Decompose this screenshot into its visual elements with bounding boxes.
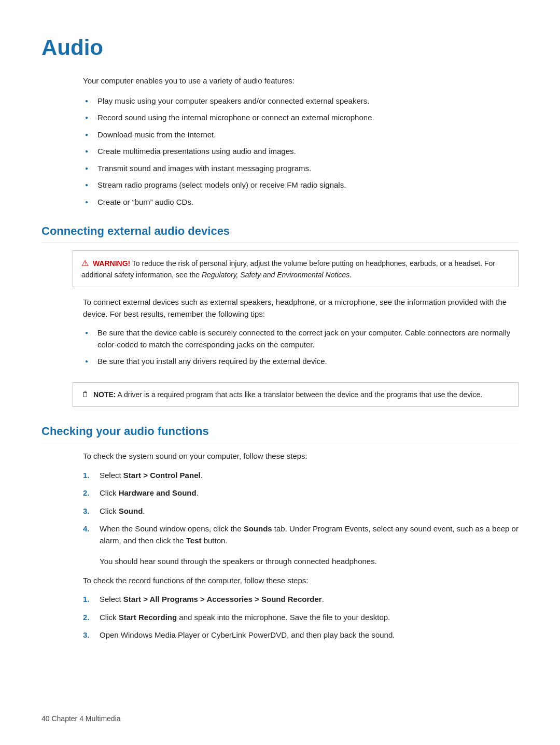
step-num: 3. (83, 505, 90, 517)
list-item: Transmit sound and images with instant m… (83, 163, 519, 175)
list-item: 3. Open Windows Media Player or CyberLin… (83, 629, 519, 641)
list-item: 1. Select Start > Control Panel. (83, 470, 519, 482)
list-item: Create or “burn” audio CDs. (83, 196, 519, 208)
list-item: Be sure that the device cable is securel… (83, 327, 519, 350)
step-text: Click Start Recording and speak into the… (100, 613, 390, 622)
list-item: 2. Click Start Recording and speak into … (83, 612, 519, 624)
section-checking: Checking your audio functions To check t… (41, 423, 519, 641)
list-item: Download music from the Internet. (83, 129, 519, 141)
step-num: 1. (83, 594, 90, 606)
list-item: Record sound using the internal micropho… (83, 112, 519, 124)
list-item: Play music using your computer speakers … (83, 95, 519, 107)
step-text: Open Windows Media Player or CyberLink P… (100, 630, 395, 639)
list-item: Create multimedia presentations using au… (83, 146, 519, 158)
note-label: NOTE: (93, 390, 116, 399)
list-item: 3. Click Sound. (83, 505, 519, 517)
list-item: Be sure that you install any drivers req… (83, 356, 519, 368)
step-text: When the Sound window opens, click the S… (100, 524, 519, 545)
intro-text: Your computer enables you to use a varie… (83, 75, 519, 87)
section2-body1: To check the system sound on your comput… (83, 451, 519, 462)
step-text: Click Hardware and Sound. (100, 488, 199, 497)
note-icon: 🗒 (81, 390, 89, 399)
footer: 40 Chapter 4 Multimedia (41, 713, 121, 724)
step-num: 4. (83, 523, 90, 535)
warning-label: WARNING! (93, 259, 130, 268)
section-connecting: Connecting external audio devices ⚠ WARN… (41, 222, 519, 407)
list-item: 2. Click Hardware and Sound. (83, 487, 519, 499)
warning-italic: Regulatory, Safety and Environmental Not… (202, 271, 349, 279)
warning-end: . (349, 271, 352, 279)
step-num: 1. (83, 470, 90, 482)
list-item: Stream radio programs (select models onl… (83, 179, 519, 191)
section1-body: To connect external devices such as exte… (83, 297, 519, 320)
step-text: Click Sound. (100, 507, 145, 515)
list-item: 4. When the Sound window opens, click th… (83, 523, 519, 546)
steps-list-2: 1. Select Start > All Programs > Accesso… (83, 594, 519, 641)
note-box: 🗒 NOTE: A driver is a required program t… (73, 382, 519, 407)
step-num: 2. (83, 487, 90, 499)
step-num: 2. (83, 612, 90, 624)
step-num: 3. (83, 629, 90, 641)
section-checking-title: Checking your audio functions (41, 423, 519, 443)
step-text: Select Start > All Programs > Accessorie… (100, 595, 324, 603)
warning-box: ⚠ WARNING! To reduce the risk of persona… (73, 250, 519, 287)
sub-note: You should hear sound through the speake… (83, 556, 519, 568)
section1-bullets: Be sure that the device cable is securel… (83, 327, 519, 368)
note-text-content: A driver is a required program that acts… (118, 390, 483, 399)
steps-list-1: 1. Select Start > Control Panel. 2. Clic… (83, 470, 519, 547)
list-item: 1. Select Start > All Programs > Accesso… (83, 594, 519, 606)
features-list: Play music using your computer speakers … (83, 95, 519, 208)
step-text: Select Start > Control Panel. (100, 471, 203, 480)
page: Audio Your computer enables you to use a… (0, 0, 560, 745)
section-connecting-title: Connecting external audio devices (41, 222, 519, 243)
warning-icon: ⚠ (81, 259, 89, 268)
section2-body2: To check the record functions of the com… (83, 575, 519, 587)
page-title: Audio (41, 31, 519, 64)
